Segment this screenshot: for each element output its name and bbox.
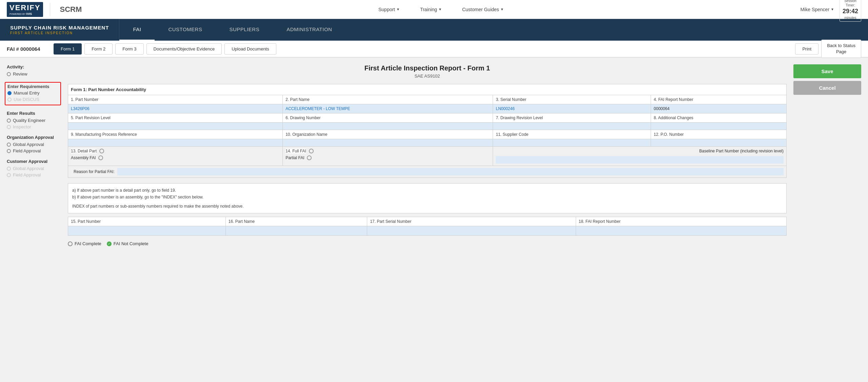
tab-suppliers[interactable]: SUPPLIERS bbox=[216, 19, 273, 41]
partial-fai-label: Partial FAI bbox=[285, 155, 304, 160]
col-header-part-name: 2. Part Name bbox=[283, 95, 493, 104]
top-nav-links: Support ▼ Training ▼ Customer Guides ▼ bbox=[82, 7, 800, 12]
brand-section: SUPPLY CHAIN RISK MANAGEMENT FIRST ARTIC… bbox=[0, 19, 119, 41]
index-col3-header: 17. Part Serial Number bbox=[367, 217, 576, 226]
checkmark-icon: ✓ bbox=[108, 242, 111, 246]
cust-field-radio bbox=[7, 173, 11, 177]
cancel-button[interactable]: Cancel bbox=[793, 81, 861, 95]
fai-not-complete-radio[interactable]: ✓ bbox=[107, 241, 112, 246]
form3-tab[interactable]: Form 3 bbox=[115, 43, 143, 55]
col-header-additional: 8. Additional Changes bbox=[651, 113, 787, 123]
info-line3: INDEX of part numbers or sub-assembly nu… bbox=[72, 203, 782, 210]
fai-not-complete-item[interactable]: ✓ FAI Not Complete bbox=[107, 241, 149, 246]
col-header-mfg: 9. Manufacturing Process Reference bbox=[68, 130, 283, 139]
save-button[interactable]: Save bbox=[793, 64, 861, 78]
reason-partial-row: Reason for Partial FAI: bbox=[68, 166, 787, 178]
brand-subtitle: FIRST ARTICLE INSPECTION bbox=[10, 31, 109, 35]
nav-divider bbox=[50, 3, 50, 16]
verify-logo: VERIFY POWERED BY IVIS bbox=[7, 2, 43, 17]
manual-entry-radio[interactable] bbox=[7, 91, 12, 95]
upload-tab[interactable]: Upload Documents bbox=[224, 43, 276, 55]
detail-part-label: 13. Detail Part bbox=[71, 149, 97, 153]
top-nav-bar: VERIFY POWERED BY IVIS SCRM Support ▼ Tr… bbox=[0, 0, 868, 19]
baseline-label: Baseline Part Number (including revision… bbox=[496, 149, 784, 153]
drawing-input[interactable] bbox=[283, 123, 493, 130]
full-fai-label: 14. Full FAI bbox=[285, 149, 306, 153]
scrm-label: SCRM bbox=[60, 5, 82, 14]
org-field-radio[interactable] bbox=[7, 149, 11, 153]
enter-results-label: Enter Results bbox=[7, 111, 61, 116]
session-time: 29:42 bbox=[843, 7, 858, 15]
main-nav-tabs: FAI CUSTOMERS SUPPLIERS ADMINISTRATION bbox=[119, 19, 868, 41]
index-row1-col1[interactable] bbox=[68, 226, 226, 236]
form2-tab[interactable]: Form 2 bbox=[84, 43, 113, 55]
accountability-table: Form 1: Part Number Accountability 1. Pa… bbox=[68, 84, 787, 178]
partial-fai-radio[interactable] bbox=[307, 155, 312, 160]
part-name-value[interactable]: ACCELEROMETER - LOW TEMPE bbox=[283, 104, 493, 113]
back-to-status-button[interactable]: Back to StatusPage bbox=[821, 40, 861, 58]
col-header-fai-report: 4. FAI Report Number bbox=[651, 95, 787, 104]
col-header-drawing: 6. Drawing Number bbox=[283, 113, 493, 123]
quality-engineer-item[interactable]: Quality Engineer bbox=[7, 118, 61, 123]
col-header-serial-number: 3. Serial Number bbox=[493, 95, 651, 104]
cust-global-radio bbox=[7, 167, 11, 171]
user-menu[interactable]: Mike Spencer ▼ bbox=[800, 7, 834, 12]
index-col1-header: 15. Part Number bbox=[68, 217, 226, 226]
full-fai-radio[interactable] bbox=[309, 149, 314, 153]
fai-report-value[interactable]: 0000064 bbox=[651, 104, 787, 113]
index-row1-col4[interactable] bbox=[576, 226, 786, 236]
customer-approval-section: Customer Approval Global Approval Field … bbox=[7, 159, 61, 177]
part-number-value[interactable]: L3426P06 bbox=[68, 104, 283, 113]
training-chevron-icon: ▼ bbox=[438, 7, 442, 11]
use-discus-item: Use DISCUS bbox=[7, 97, 50, 102]
support-link[interactable]: Support ▼ bbox=[378, 7, 400, 12]
review-radio[interactable] bbox=[7, 72, 11, 76]
tab-fai[interactable]: FAI bbox=[119, 19, 155, 41]
customer-guides-link[interactable]: Customer Guides ▼ bbox=[462, 7, 504, 12]
detail-part-radio[interactable] bbox=[99, 149, 104, 153]
drawing-rev-input[interactable] bbox=[493, 123, 651, 130]
training-link[interactable]: Training ▼ bbox=[420, 7, 442, 12]
col-header-revision: 5. Part Revision Level bbox=[68, 113, 283, 123]
manual-entry-item[interactable]: Manual Entry bbox=[7, 90, 50, 96]
revision-input[interactable] bbox=[68, 123, 283, 130]
mfg-input[interactable] bbox=[68, 139, 283, 147]
assembly-fai-radio[interactable] bbox=[98, 155, 103, 160]
session-timer: SessionTimer: 29:42 minutes bbox=[840, 0, 861, 22]
form1-tab[interactable]: Form 1 bbox=[54, 43, 82, 55]
serial-number-value[interactable]: LN000246 bbox=[493, 104, 651, 113]
activity-label: Activity: bbox=[7, 64, 61, 69]
cust-field-approval-item: Field Approval bbox=[7, 172, 61, 177]
table-section-header: Form 1: Part Number Accountability bbox=[68, 84, 787, 95]
brand-title: SUPPLY CHAIN RISK MANAGEMENT bbox=[10, 25, 109, 30]
index-row1-col2[interactable] bbox=[225, 226, 367, 236]
quality-engineer-radio[interactable] bbox=[7, 119, 11, 123]
enter-requirements-label: Enter Requirements bbox=[7, 84, 50, 89]
full-fai-cell: 14. Full FAI Partial FAI bbox=[283, 147, 493, 166]
index-table: 15. Part Number 16. Part Name 17. Part S… bbox=[68, 217, 787, 236]
org-field-approval-item[interactable]: Field Approval bbox=[7, 148, 61, 153]
po-input[interactable] bbox=[651, 139, 787, 147]
detail-part-cell: 13. Detail Part Assembly FAI bbox=[68, 147, 283, 166]
baseline-input[interactable] bbox=[496, 156, 784, 164]
review-item[interactable]: Review bbox=[7, 71, 61, 77]
tab-administration[interactable]: ADMINISTRATION bbox=[273, 19, 346, 41]
print-button[interactable]: Print bbox=[795, 43, 818, 55]
fai-complete-radio[interactable] bbox=[68, 241, 73, 246]
org-global-radio[interactable] bbox=[7, 143, 11, 147]
supplier-code-input[interactable] bbox=[493, 139, 651, 147]
index-row1-col3[interactable] bbox=[367, 226, 576, 236]
fai-complete-item[interactable]: FAI Complete bbox=[68, 241, 101, 246]
org-global-approval-item[interactable]: Global Approval bbox=[7, 142, 61, 147]
org-name-input[interactable] bbox=[283, 139, 493, 147]
cust-global-approval-item: Global Approval bbox=[7, 166, 61, 171]
info-line1: a) If above part number is a detail part… bbox=[72, 187, 782, 194]
use-discus-radio bbox=[7, 98, 12, 102]
reason-partial-input[interactable] bbox=[117, 168, 784, 175]
documents-tab[interactable]: Documents/Objective Evidence bbox=[146, 43, 222, 55]
fai-complete-label: FAI Complete bbox=[75, 241, 101, 246]
additional-input[interactable] bbox=[651, 123, 787, 130]
col-header-org-name: 10. Organization Name bbox=[283, 130, 493, 139]
tab-customers[interactable]: CUSTOMERS bbox=[155, 19, 216, 41]
inspector-radio bbox=[7, 125, 11, 129]
